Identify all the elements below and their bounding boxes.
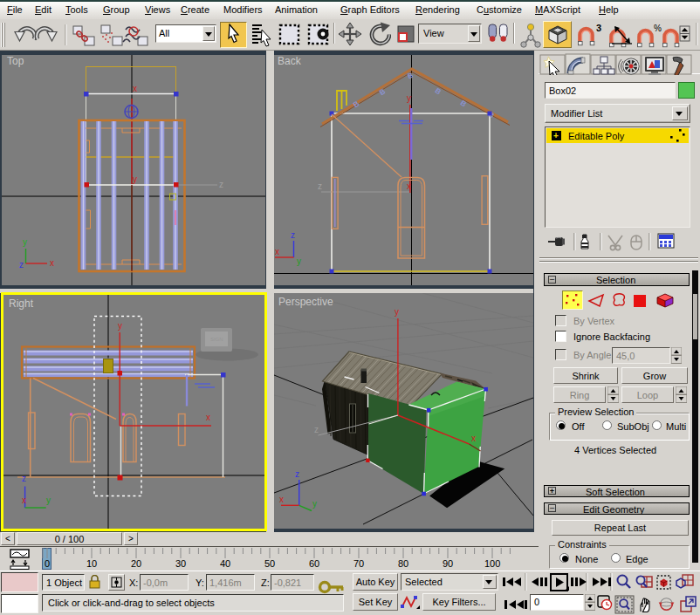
svg-text:y: y [118,321,122,331]
svg-text:z: z [314,425,319,434]
svg-text:y: y [297,256,301,266]
svg-text:Right: Right [9,297,34,310]
svg-text:x: x [275,247,279,256]
svg-text:y: y [312,499,317,509]
svg-text:z: z [22,474,26,483]
svg-text:y: y [407,93,411,103]
svg-text:60: 60 [309,558,319,569]
svg-text:80: 80 [398,558,408,569]
svg-text:x: x [22,495,26,505]
svg-text:10: 10 [86,558,97,569]
svg-text:90: 90 [443,558,453,569]
svg-text:%: % [654,24,662,33]
svg-text:y: y [395,307,399,317]
svg-text:70: 70 [353,558,364,569]
svg-text:30: 30 [175,558,186,569]
svg-text:z: z [295,469,299,479]
svg-text:y: y [23,237,27,247]
svg-text:Top: Top [7,55,24,67]
svg-text:z: z [19,260,24,270]
svg-text:100: 100 [484,558,500,569]
svg-text:z: z [318,181,322,191]
svg-text:x: x [206,413,210,422]
svg-text:20: 20 [131,558,141,569]
svg-text:y: y [133,174,137,184]
svg-text:z: z [291,230,295,240]
svg-text:x: x [279,495,284,504]
svg-text:Back: Back [278,55,302,67]
svg-text:Perspective: Perspective [278,296,333,308]
svg-text:3: 3 [596,23,601,33]
svg-text:x: x [133,84,137,93]
svg-text:y: y [46,495,51,505]
svg-text:x: x [471,434,476,443]
svg-text:x: x [50,258,54,268]
svg-text:0: 0 [45,558,50,569]
svg-text:SIGN: SIGN [210,337,223,342]
svg-text:z: z [219,180,223,189]
svg-text:50: 50 [264,558,275,569]
svg-text:40: 40 [220,558,230,569]
